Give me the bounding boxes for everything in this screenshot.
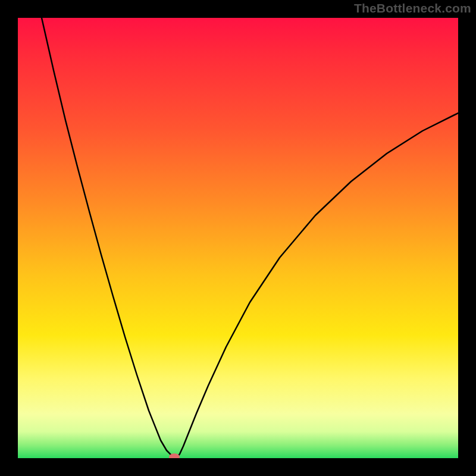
bottleneck-curve (42, 18, 458, 458)
chart-frame: TheBottleneck.com (0, 0, 476, 476)
watermark-text: TheBottleneck.com (354, 1, 471, 15)
plot-area (18, 18, 458, 458)
curve-layer (18, 18, 458, 458)
